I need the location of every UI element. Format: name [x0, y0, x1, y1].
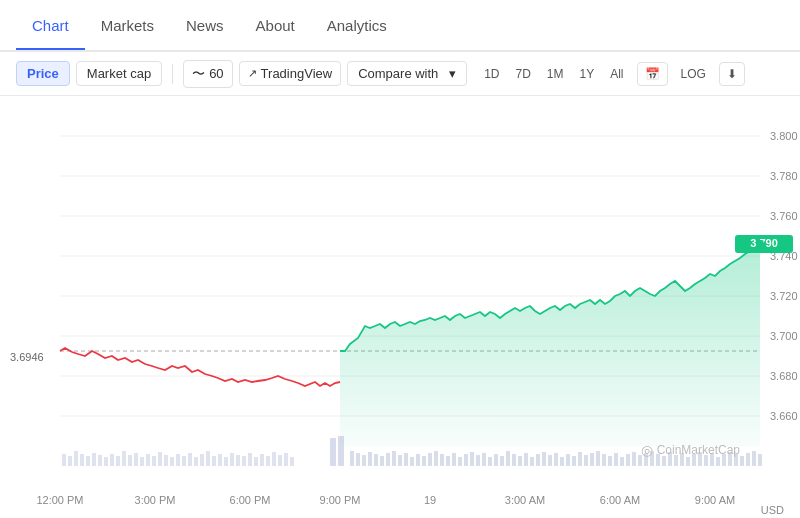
tab-about[interactable]: About [240, 3, 311, 50]
svg-rect-38 [164, 455, 168, 466]
svg-text:3.700: 3.700 [770, 330, 798, 342]
svg-rect-51 [242, 456, 246, 466]
svg-rect-60 [330, 438, 336, 466]
svg-rect-97 [560, 457, 564, 466]
watermark: ◎ CoinMarketCap [641, 442, 740, 458]
svg-rect-102 [590, 453, 594, 466]
svg-rect-43 [194, 457, 198, 466]
tab-chart[interactable]: Chart [16, 3, 85, 50]
svg-rect-22 [68, 456, 72, 466]
chevron-down-icon: ▾ [449, 66, 456, 81]
time-1m[interactable]: 1M [540, 63, 571, 85]
svg-rect-95 [548, 455, 552, 466]
svg-text:3.790: 3.790 [750, 237, 778, 249]
calendar-icon: 📅 [645, 67, 660, 81]
svg-rect-73 [416, 454, 420, 466]
chart-type-button[interactable]: 〜 60 [183, 60, 232, 88]
time-1y[interactable]: 1Y [573, 63, 602, 85]
svg-rect-92 [530, 457, 534, 466]
svg-rect-52 [248, 453, 252, 466]
start-price-label: 3.6946 [10, 351, 44, 363]
tradingview-button[interactable]: ↗ TradingView [239, 61, 342, 86]
svg-text:9:00 PM: 9:00 PM [320, 494, 361, 506]
svg-rect-46 [212, 456, 216, 466]
svg-text:12:00 PM: 12:00 PM [36, 494, 83, 506]
svg-text:3.660: 3.660 [770, 410, 798, 422]
svg-rect-36 [152, 456, 156, 466]
svg-text:3.720: 3.720 [770, 290, 798, 302]
tab-markets[interactable]: Markets [85, 3, 170, 50]
download-button[interactable]: ⬇ [719, 62, 745, 86]
download-icon: ⬇ [727, 67, 737, 81]
compare-button[interactable]: Compare with ▾ [347, 61, 467, 86]
time-buttons: 1D 7D 1M 1Y All [477, 63, 630, 85]
svg-text:3.760: 3.760 [770, 210, 798, 222]
svg-rect-44 [200, 454, 204, 466]
svg-rect-65 [368, 452, 372, 466]
svg-rect-32 [128, 455, 132, 466]
toolbar: Price Market cap 〜 60 ↗ TradingView Comp… [0, 52, 800, 96]
svg-rect-80 [458, 457, 462, 466]
svg-rect-86 [494, 454, 498, 466]
chart-number: 60 [209, 66, 223, 81]
svg-rect-70 [398, 455, 402, 466]
log-button[interactable]: LOG [674, 63, 713, 85]
svg-rect-28 [104, 457, 108, 466]
svg-rect-21 [62, 454, 66, 466]
chart-area: 3.800 3.780 3.760 3.740 3.720 3.700 3.68… [0, 96, 800, 518]
svg-rect-49 [230, 453, 234, 466]
divider [172, 64, 173, 84]
svg-rect-79 [452, 453, 456, 466]
svg-rect-30 [116, 456, 120, 466]
svg-rect-109 [632, 452, 636, 466]
svg-rect-98 [566, 454, 570, 466]
svg-rect-29 [110, 454, 114, 466]
svg-text:3.800: 3.800 [770, 130, 798, 142]
svg-rect-56 [272, 452, 276, 466]
time-1d[interactable]: 1D [477, 63, 506, 85]
svg-rect-128 [746, 453, 750, 466]
svg-rect-74 [422, 456, 426, 466]
marketcap-button[interactable]: Market cap [76, 61, 162, 86]
svg-text:3.680: 3.680 [770, 370, 798, 382]
svg-rect-47 [218, 454, 222, 466]
svg-rect-25 [86, 456, 90, 466]
svg-text:3.780: 3.780 [770, 170, 798, 182]
calendar-button[interactable]: 📅 [637, 62, 668, 86]
svg-rect-96 [554, 453, 558, 466]
tab-analytics[interactable]: Analytics [311, 3, 403, 50]
tab-news[interactable]: News [170, 3, 240, 50]
svg-rect-118 [686, 457, 690, 466]
line-icon: 〜 [192, 65, 205, 83]
svg-rect-64 [362, 455, 366, 466]
svg-rect-26 [92, 453, 96, 466]
svg-rect-61 [338, 436, 344, 466]
currency-label: USD [761, 504, 784, 516]
svg-rect-50 [236, 455, 240, 466]
svg-rect-85 [488, 457, 492, 466]
svg-rect-94 [542, 452, 546, 466]
svg-rect-99 [572, 456, 576, 466]
svg-rect-129 [752, 451, 756, 466]
svg-rect-104 [602, 454, 606, 466]
price-button[interactable]: Price [16, 61, 70, 86]
svg-rect-63 [356, 453, 360, 466]
svg-rect-57 [278, 455, 282, 466]
svg-text:3:00 AM: 3:00 AM [505, 494, 545, 506]
svg-rect-82 [470, 452, 474, 466]
svg-rect-41 [182, 456, 186, 466]
svg-rect-93 [536, 454, 540, 466]
svg-rect-67 [380, 456, 384, 466]
svg-rect-59 [290, 457, 294, 466]
svg-rect-127 [740, 456, 744, 466]
time-7d[interactable]: 7D [508, 63, 537, 85]
watermark-text: CoinMarketCap [657, 443, 740, 457]
time-all[interactable]: All [603, 63, 630, 85]
tradingview-label: TradingView [261, 66, 333, 81]
svg-rect-81 [464, 454, 468, 466]
svg-rect-23 [74, 451, 78, 466]
svg-rect-108 [626, 454, 630, 466]
tradingview-icon: ↗ [248, 67, 257, 80]
svg-rect-35 [146, 454, 150, 466]
svg-rect-58 [284, 453, 288, 466]
